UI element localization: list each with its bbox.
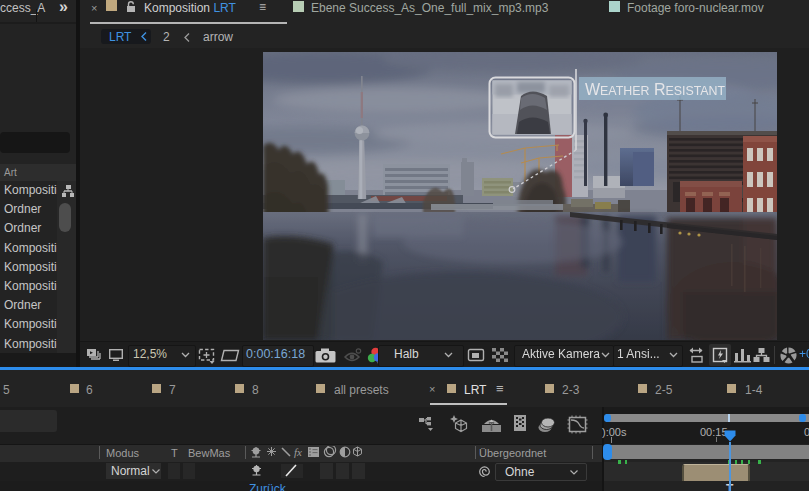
svg-text:fx: fx: [294, 446, 302, 458]
